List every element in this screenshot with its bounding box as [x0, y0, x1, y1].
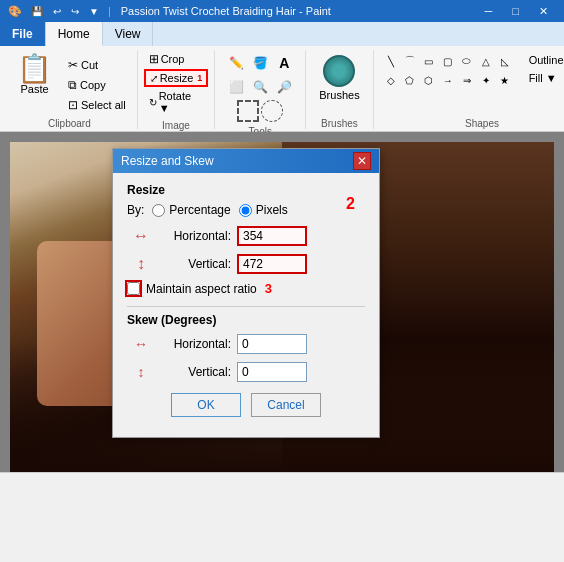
maintain-aspect-checkbox[interactable]: [127, 282, 140, 295]
horizontal-label: Horizontal:: [161, 229, 231, 243]
vertical-field-row: ↕ Vertical:: [127, 253, 365, 275]
horizontal-resize-icon: ↔: [127, 225, 155, 247]
skew-horizontal-input[interactable]: [237, 334, 307, 354]
ok-button[interactable]: OK: [171, 393, 241, 417]
resize-skew-dialog: Resize and Skew ✕ Resize By: Percentage …: [112, 148, 380, 438]
dialog-title: Resize and Skew: [121, 154, 214, 168]
maintain-aspect-label: Maintain aspect ratio: [146, 282, 257, 296]
horizontal-field-row: ↔ Horizontal:: [127, 225, 365, 247]
pixels-radio[interactable]: [239, 204, 252, 217]
dialog-buttons: OK Cancel: [127, 393, 365, 427]
by-label: By:: [127, 203, 144, 217]
skew-horizontal-icon: ↔: [127, 333, 155, 355]
vertical-resize-icon: ↕: [127, 253, 155, 275]
percentage-radio[interactable]: [152, 204, 165, 217]
skew-vertical-icon: ↕: [127, 361, 155, 383]
dialog-title-bar: Resize and Skew ✕: [113, 149, 379, 173]
cancel-button[interactable]: Cancel: [251, 393, 321, 417]
aspect-ratio-row: Maintain aspect ratio 3: [127, 281, 365, 296]
vertical-label: Vertical:: [161, 257, 231, 271]
skew-section-header: Skew (Degrees): [127, 313, 365, 327]
percentage-radio-label[interactable]: Percentage: [152, 203, 230, 217]
resize-section-header: Resize: [127, 183, 365, 197]
divider: [127, 306, 365, 307]
pixels-radio-label[interactable]: Pixels: [239, 203, 288, 217]
skew-vertical-input[interactable]: [237, 362, 307, 382]
vertical-input[interactable]: [237, 254, 307, 274]
annotation-3-badge: 3: [265, 281, 272, 296]
by-radio-row: By: Percentage Pixels: [127, 203, 365, 217]
dialog-content: Resize By: Percentage Pixels ↔ Horizonta…: [113, 173, 379, 437]
skew-horizontal-label: Horizontal:: [161, 337, 231, 351]
dialog-close-button[interactable]: ✕: [353, 152, 371, 170]
skew-vertical-label: Vertical:: [161, 365, 231, 379]
skew-horizontal-row: ↔ Horizontal:: [127, 333, 365, 355]
horizontal-input[interactable]: [237, 226, 307, 246]
skew-vertical-row: ↕ Vertical:: [127, 361, 365, 383]
